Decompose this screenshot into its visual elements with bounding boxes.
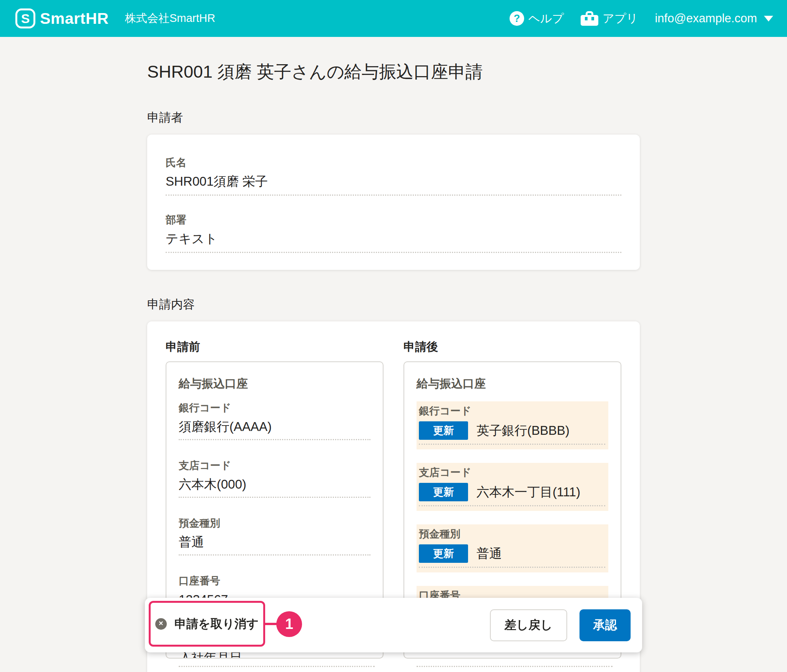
field-row: 銀行コード 更新 英子銀行(BBBB) [417, 401, 608, 449]
applicant-card: 氏名 SHR001須磨 栄子 部署 テキスト [147, 135, 640, 270]
help-label: ヘルプ [528, 11, 564, 27]
field-value: 六本木一丁目(111) [477, 484, 580, 501]
field-value: 六本木(000) [179, 476, 246, 493]
cancel-request-button[interactable]: × 申請を取り消す [155, 616, 259, 632]
field-value: 須磨銀行(AAAA) [179, 418, 272, 435]
field-value: テキスト [166, 230, 621, 247]
applicant-field: 氏名 SHR001須磨 栄子 [166, 156, 621, 196]
app-header: S SmartHR 株式会社SmartHR ? ヘルプ アプリ info@exa… [0, 0, 787, 37]
chevron-down-icon [764, 16, 773, 22]
field-label: 預金種別 [179, 517, 370, 530]
field-value: 英子銀行(BBBB) [477, 422, 569, 439]
account-menu[interactable]: info@example.com [655, 12, 773, 25]
help-menu-item[interactable]: ? ヘルプ [510, 11, 564, 27]
field-label: 氏名 [166, 156, 621, 169]
company-name: 株式会社SmartHR [125, 11, 215, 26]
group-title: 給与振込口座 [417, 376, 608, 391]
cancel-x-icon: × [155, 618, 167, 630]
group-title: 給与振込口座 [179, 376, 370, 391]
question-glyph: ? [514, 13, 520, 25]
dotted-divider [179, 666, 375, 667]
dotted-divider [166, 252, 621, 253]
update-badge: 更新 [419, 421, 468, 440]
apps-briefcase-icon [581, 11, 598, 26]
field-value-row: 普通 [179, 534, 370, 551]
brand-name: SmartHR [40, 10, 109, 28]
field-value-row: 六本木(000) [179, 476, 370, 493]
field-row: 預金種別 更新 普通 [417, 524, 608, 572]
floating-action-bar: × 申請を取り消す 1 差し戻し 承認 [145, 598, 642, 652]
dotted-divider [419, 505, 605, 506]
field-label: 部署 [166, 213, 621, 226]
field-label: 支店コード [179, 459, 370, 472]
content-section-title: 申請内容 [147, 297, 640, 312]
appbar-right: ? ヘルプ アプリ info@example.com [510, 11, 773, 27]
dotted-divider [419, 567, 605, 568]
field-value: 普通 [179, 534, 204, 551]
field-row: 支店コード 更新 六本木一丁目(111) [417, 463, 608, 511]
dotted-divider [419, 444, 605, 445]
main-content: SHR001 須磨 英子さんの給与振込口座申請 申請者 氏名 SHR001須磨 … [147, 61, 640, 672]
applicant-section-title: 申請者 [147, 110, 640, 125]
field-value-row: 須磨銀行(AAAA) [179, 418, 370, 435]
field-label: 支店コード [419, 466, 605, 479]
cancel-request-label: 申請を取り消す [174, 616, 259, 632]
annotation-number-badge: 1 [276, 611, 302, 637]
annotation-highlight-box: × 申請を取り消す [149, 601, 265, 647]
account-email: info@example.com [655, 12, 757, 25]
dotted-divider [166, 195, 621, 196]
applicant-field: 部署 テキスト [166, 213, 621, 253]
dotted-divider [179, 439, 370, 440]
field-label: 銀行コード [179, 401, 370, 414]
smarthr-logo-icon: S [15, 8, 35, 28]
dotted-divider [179, 497, 370, 498]
field-value-row: 更新 普通 [419, 544, 605, 563]
approve-button[interactable]: 承認 [579, 609, 631, 641]
send-back-button[interactable]: 差し戻し [490, 609, 567, 641]
field-row: 支店コード 六本木(000) [179, 459, 370, 498]
apps-menu-item[interactable]: アプリ [581, 11, 638, 27]
field-row: 預金種別 普通 [179, 517, 370, 556]
after-column-title: 申請後 [403, 339, 621, 354]
field-value: SHR001須磨 栄子 [166, 173, 621, 190]
dotted-divider [417, 666, 613, 667]
field-value: 普通 [477, 545, 502, 562]
dotted-divider [179, 554, 370, 556]
logo-letter: S [21, 11, 30, 26]
annotation-connector-line [264, 623, 277, 625]
bar-actions: 差し戻し 承認 [490, 598, 631, 652]
apps-label: アプリ [603, 11, 638, 27]
update-badge: 更新 [419, 544, 468, 563]
update-badge: 更新 [419, 483, 468, 501]
page-title: SHR001 須磨 英子さんの給与振込口座申請 [147, 61, 640, 83]
field-row: 銀行コード 須磨銀行(AAAA) [179, 401, 370, 440]
before-column-title: 申請前 [166, 339, 384, 354]
field-label: 口座番号 [179, 574, 370, 587]
field-value-row: 更新 英子銀行(BBBB) [419, 421, 605, 440]
help-icon: ? [510, 11, 524, 26]
field-label: 銀行コード [419, 404, 605, 418]
field-value-row: 更新 六本木一丁目(111) [419, 483, 605, 501]
field-label: 預金種別 [419, 527, 605, 541]
